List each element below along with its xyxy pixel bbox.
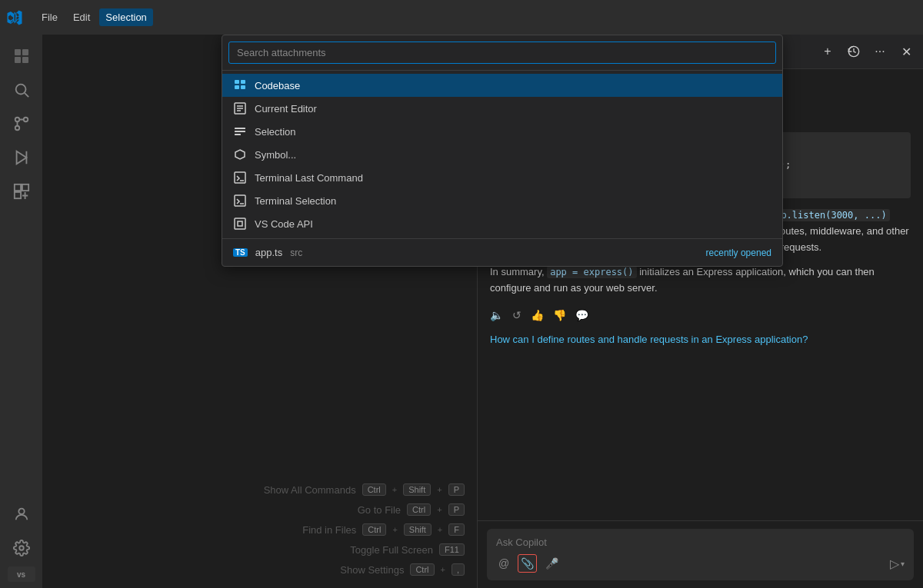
menu-file[interactable]: File (35, 8, 64, 26)
dropdown-item-terminal-selection[interactable]: Terminal Selection (222, 189, 782, 212)
svg-rect-1 (22, 49, 28, 55)
activity-manage[interactable] (6, 533, 37, 563)
dropdown-item-symbol[interactable]: Symbol... (222, 143, 782, 166)
dropdown-label-vscode-api: VS Code API (255, 218, 313, 230)
copilot-actions: 🔈 ↺ 👍 👎 💬 (490, 306, 911, 324)
shortcut-label-2: Go to File (358, 504, 401, 516)
kbd-comma: , (452, 563, 465, 576)
at-icon[interactable]: @ (496, 555, 511, 572)
ts-badge: TS (233, 248, 248, 257)
vscode-api-icon (233, 217, 247, 231)
svg-point-6 (15, 126, 19, 131)
svg-point-15 (19, 546, 24, 550)
activity-source-control[interactable] (6, 108, 37, 139)
kbd-ctrl-5: Ctrl (410, 563, 434, 576)
dropdown-item-vscode-api[interactable]: VS Code API (222, 212, 782, 235)
dropdown-item-terminal-last[interactable]: Terminal Last Command (222, 166, 782, 189)
copilot-paragraph2: In summary, app = express() initializes … (490, 264, 911, 297)
activity-explorer[interactable] (6, 41, 37, 71)
activity-search[interactable] (6, 75, 37, 105)
menu-bar: File Edit Selection (35, 8, 153, 26)
copilot-new-btn[interactable]: + (817, 41, 838, 62)
kbd-shift: Shift (403, 483, 431, 496)
shortcut-row-4: Toggle Full Screen F11 (55, 543, 465, 556)
activity-run[interactable] (6, 142, 37, 173)
dropdown-item-codebase[interactable]: Codebase (222, 74, 782, 97)
title-bar: File Edit Selection (0, 0, 923, 35)
attachment-dropdown[interactable]: Codebase Current Editor Sele (222, 35, 783, 267)
kbd-f: F (448, 523, 465, 536)
shortcut-label-4: Toggle Full Screen (350, 544, 433, 556)
dropdown-label-symbol: Symbol... (255, 149, 296, 161)
svg-rect-21 (235, 128, 245, 129)
kbd-ctrl-2: Ctrl (407, 503, 431, 516)
shortcuts-list: Show All Commands Ctrl + Shift + P Go to… (55, 483, 465, 576)
svg-rect-22 (235, 131, 245, 132)
dropdown-item-current-editor[interactable]: Current Editor (222, 97, 782, 120)
dropdown-label-current-editor: Current Editor (255, 103, 317, 115)
copilot-ask-input[interactable] (496, 537, 905, 548)
shortcut-row-3: Find in Files Ctrl + Shift + F (55, 523, 465, 536)
kbd-p: P (448, 483, 465, 496)
activity-extensions[interactable] (6, 176, 37, 207)
copilot-more-btn[interactable]: ··· (869, 41, 891, 62)
current-editor-icon (233, 101, 247, 115)
inline-code-express: app = express() (547, 266, 636, 278)
attachment-icon[interactable]: 📎 (518, 554, 537, 573)
svg-rect-12 (22, 184, 28, 191)
svg-point-4 (15, 85, 25, 95)
search-input[interactable] (228, 42, 776, 64)
kbd-ctrl-3: Ctrl (362, 523, 386, 536)
terminal-last-icon (233, 171, 247, 184)
shortcut-label-3: Find in Files (302, 524, 356, 536)
activity-account[interactable] (6, 499, 37, 530)
terminal-selection-icon (233, 194, 247, 208)
copilot-history-btn[interactable] (843, 41, 865, 62)
dropdown-item-selection[interactable]: Selection (222, 120, 782, 143)
selection-icon (233, 125, 247, 138)
shortcut-label-5: Show Settings (340, 564, 404, 576)
dropdown-list: Codebase Current Editor Sele (222, 71, 782, 266)
send-button[interactable]: ▷ ▾ (890, 556, 905, 571)
kbd-p-2: P (448, 503, 465, 516)
symbol-icon (233, 148, 247, 161)
svg-rect-25 (235, 172, 245, 183)
activity-vs-badge[interactable]: vs (8, 566, 35, 582)
shortcut-row-5: Show Settings Ctrl + , (55, 563, 465, 576)
microphone-icon[interactable]: 🎤 (543, 555, 561, 572)
action-refresh-icon[interactable]: ↺ (512, 309, 521, 321)
shortcut-label: Show All Commands (264, 484, 356, 496)
svg-rect-3 (22, 57, 28, 63)
followup-link[interactable]: How can I define routes and handle reque… (490, 334, 911, 345)
svg-marker-9 (16, 151, 26, 164)
menu-edit[interactable]: Edit (67, 8, 96, 26)
codebase-icon (233, 78, 247, 92)
menu-selection[interactable]: Selection (99, 8, 152, 26)
svg-rect-2 (15, 57, 21, 63)
dropdown-recent-filename: app.ts (255, 247, 282, 258)
kbd-f11: F11 (439, 543, 465, 556)
vscode-logo (6, 9, 23, 26)
svg-rect-26 (235, 195, 245, 206)
dropdown-label-selection: Selection (255, 126, 295, 138)
shortcut-row-2: Go to File Ctrl + P (55, 503, 465, 516)
copilot-close-btn[interactable]: ✕ (895, 41, 917, 62)
kbd-shift-3: Shift (404, 523, 432, 536)
activity-bar: vs (0, 35, 42, 588)
action-feedback-icon[interactable]: 💬 (575, 309, 588, 321)
action-thumbsdown-icon[interactable]: 👎 (553, 309, 566, 321)
search-container (222, 35, 782, 71)
dropdown-label-terminal-last: Terminal Last Command (255, 172, 363, 184)
dropdown-label-codebase: Codebase (255, 80, 300, 91)
svg-rect-18 (235, 85, 239, 89)
svg-rect-11 (14, 184, 20, 191)
dropdown-item-recent[interactable]: TS app.ts src recently opened (222, 242, 782, 263)
action-thumbsup-icon[interactable]: 👍 (531, 309, 544, 321)
copilot-input-actions: @ 📎 🎤 ▷ ▾ (496, 554, 905, 573)
action-speaker-icon[interactable]: 🔈 (490, 309, 503, 321)
editor-area: Show All Commands Ctrl + Shift + P Go to… (42, 35, 477, 588)
dropdown-label-terminal-selection: Terminal Selection (255, 195, 336, 207)
dropdown-recent-tag: recently opened (706, 247, 771, 258)
shortcut-row: Show All Commands Ctrl + Shift + P (55, 483, 465, 496)
svg-rect-13 (14, 192, 20, 198)
